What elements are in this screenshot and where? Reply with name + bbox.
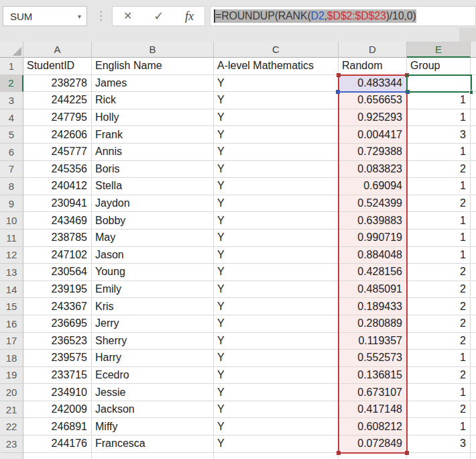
cell-f[interactable] xyxy=(471,247,476,264)
row-header-12[interactable]: 12 xyxy=(0,247,23,264)
cell-english-name[interactable]: Jaydon xyxy=(92,195,214,213)
cell-group[interactable]: 2 xyxy=(407,315,471,333)
cancel-icon[interactable]: ✕ xyxy=(123,11,132,21)
row-header-8[interactable]: 8 xyxy=(0,178,23,195)
cell-english-name[interactable]: Francesca xyxy=(92,436,214,453)
cell-f[interactable] xyxy=(471,281,476,299)
row-header-17[interactable]: 17 xyxy=(0,333,23,350)
cell-sliver[interactable] xyxy=(23,453,92,459)
cell-random[interactable]: 0.136815 xyxy=(339,367,407,385)
cell-student-id[interactable]: 240412 xyxy=(23,178,92,195)
cell-student-id[interactable]: 247102 xyxy=(23,247,92,264)
cell-student-id[interactable]: 236523 xyxy=(23,333,92,350)
column-header-d[interactable]: D xyxy=(339,42,407,58)
cell-f[interactable] xyxy=(471,126,476,144)
cell-random[interactable]: 0.428156 xyxy=(339,264,407,281)
column-header-c[interactable]: C xyxy=(214,42,339,58)
row-header-23[interactable]: 23 xyxy=(0,436,23,453)
cell-alevel[interactable]: Y xyxy=(214,333,339,350)
cell-alevel[interactable]: Y xyxy=(214,436,339,453)
cell-english-name[interactable]: Jason xyxy=(92,247,214,264)
cell-group[interactable]: 3 xyxy=(407,436,471,453)
cell-f[interactable] xyxy=(471,298,476,315)
cell-alevel[interactable]: Y xyxy=(214,75,339,93)
cell-group[interactable]: 2 xyxy=(407,281,471,299)
select-all-button[interactable] xyxy=(0,42,23,58)
cell-alevel[interactable]: Y xyxy=(214,315,339,333)
cell-alevel[interactable]: Y xyxy=(214,126,339,144)
cell-alevel[interactable]: Y xyxy=(214,212,339,230)
row-header-11[interactable]: 11 xyxy=(0,230,23,247)
column-header-f-sliver[interactable] xyxy=(471,42,476,58)
row-header-20[interactable]: 20 xyxy=(0,384,23,401)
cell-student-id[interactable]: 242009 xyxy=(23,401,92,419)
cell-alevel[interactable]: Y xyxy=(214,178,339,195)
cell-alevel[interactable]: Y xyxy=(214,281,339,299)
cell-alevel[interactable]: Y xyxy=(214,247,339,264)
name-box[interactable]: SUM ▾ xyxy=(3,6,87,26)
cell-random[interactable]: 0.189433 xyxy=(339,298,407,315)
cell-group[interactable]: 1 xyxy=(407,212,471,230)
row-header-22[interactable]: 22 xyxy=(0,418,23,436)
cell-random[interactable]: 0.485091 xyxy=(339,281,407,299)
cell-alevel[interactable]: Y xyxy=(214,367,339,385)
cell-group[interactable]: 1 xyxy=(407,92,471,109)
cell-alevel[interactable]: Y xyxy=(214,401,339,419)
cell-english-name[interactable]: May xyxy=(92,230,214,247)
cell-f[interactable] xyxy=(471,58,476,75)
cell-english-name[interactable]: Miffy xyxy=(92,418,214,436)
row-header-18[interactable]: 18 xyxy=(0,350,23,367)
cell-student-id[interactable]: 243367 xyxy=(23,298,92,315)
cell-random[interactable]: 0.119357 xyxy=(339,333,407,350)
cell-alevel[interactable]: Y xyxy=(214,298,339,315)
cell-student-id[interactable]: 238785 xyxy=(23,230,92,247)
cell-f[interactable] xyxy=(471,315,476,333)
row-header-2[interactable]: 2 xyxy=(0,75,23,93)
cell-alevel[interactable]: Y xyxy=(214,230,339,247)
row-header-13[interactable]: 13 xyxy=(0,264,23,281)
cell-student-id[interactable]: 244176 xyxy=(23,436,92,453)
cell-english-name[interactable]: Sherry xyxy=(92,333,214,350)
cell-english-name[interactable]: Boris xyxy=(92,161,214,178)
cell-student-id[interactable]: 230941 xyxy=(23,195,92,213)
cell-f[interactable] xyxy=(471,178,476,195)
cell-sliver[interactable] xyxy=(407,453,471,459)
row-header-21[interactable]: 21 xyxy=(0,401,23,419)
column-header-e[interactable]: E xyxy=(407,42,471,58)
header-studentid[interactable]: StudentID xyxy=(23,58,92,75)
row-header-14[interactable]: 14 xyxy=(0,281,23,299)
row-header-16[interactable]: 16 xyxy=(0,315,23,333)
cell-group[interactable]: 1 xyxy=(407,178,471,195)
cell-group[interactable]: 2 xyxy=(407,401,471,419)
cell-sliver[interactable] xyxy=(92,453,214,459)
cell-f[interactable] xyxy=(471,230,476,247)
cell-student-id[interactable]: 243469 xyxy=(23,212,92,230)
cell-random[interactable]: 0.083823 xyxy=(339,161,407,178)
cell-random[interactable]: 0.639883 xyxy=(339,212,407,230)
cell-f[interactable] xyxy=(471,75,476,93)
cell-student-id[interactable]: 245777 xyxy=(23,144,92,161)
cell-english-name[interactable]: Harry xyxy=(92,350,214,367)
cell-english-name[interactable]: Annis xyxy=(92,144,214,161)
cell-f[interactable] xyxy=(471,401,476,419)
cell-f[interactable] xyxy=(471,161,476,178)
cell-random[interactable]: 0.925293 xyxy=(339,109,407,127)
cell-random[interactable]: 0.608212 xyxy=(339,418,407,436)
cell-student-id[interactable]: 234910 xyxy=(23,384,92,401)
cell-group[interactable]: 1 xyxy=(407,109,471,127)
cell-english-name[interactable]: Holly xyxy=(92,109,214,127)
formula-bar-expand-button[interactable] xyxy=(459,28,476,42)
chevron-down-icon[interactable]: ▾ xyxy=(78,13,81,20)
cell-f[interactable] xyxy=(471,92,476,109)
cell-english-name[interactable]: Bobby xyxy=(92,212,214,230)
cell-f[interactable] xyxy=(471,418,476,436)
cell-group[interactable]: 2 xyxy=(407,367,471,385)
cell-group[interactable]: 1 xyxy=(407,144,471,161)
cell-group[interactable]: 2 xyxy=(407,161,471,178)
row-header-19[interactable]: 19 xyxy=(0,367,23,385)
cell-f[interactable] xyxy=(471,367,476,385)
cell-student-id[interactable]: 244225 xyxy=(23,92,92,109)
cell-alevel[interactable]: Y xyxy=(214,418,339,436)
header-random[interactable]: Random xyxy=(339,58,407,75)
cell-f[interactable] xyxy=(471,333,476,350)
